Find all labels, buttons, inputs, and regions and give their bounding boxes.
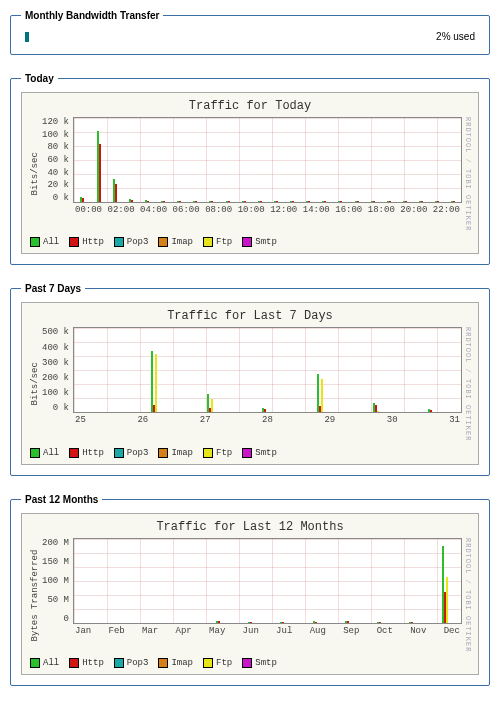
- swatch-icon: [158, 448, 168, 458]
- swatch-icon: [114, 448, 124, 458]
- swatch-icon: [242, 658, 252, 668]
- legend-item-http: Http: [69, 237, 104, 247]
- legend-item-imap: Imap: [158, 237, 193, 247]
- plot-area: [73, 117, 462, 203]
- past12-chart: Traffic for Last 12 Months Bytes Transfe…: [21, 513, 479, 675]
- today-legend: Today: [21, 73, 58, 84]
- bandwidth-percent-text: 2% used: [436, 31, 475, 42]
- bandwidth-legend: Monthly Bandwidth Transfer: [21, 10, 163, 21]
- chart-legend: AllHttpPop3ImapFtpSmtp: [28, 652, 472, 670]
- swatch-icon: [203, 658, 213, 668]
- swatch-icon: [242, 237, 252, 247]
- past7-legend: Past 7 Days: [21, 283, 85, 294]
- swatch-icon: [242, 448, 252, 458]
- legend-item-pop3: Pop3: [114, 448, 149, 458]
- swatch-icon: [69, 448, 79, 458]
- today-panel: Today Traffic for Today Bits/sec 120 k10…: [10, 73, 490, 265]
- legend-item-ftp: Ftp: [203, 237, 232, 247]
- y-axis-label: Bits/sec: [28, 117, 42, 231]
- watermark: RRDTOOL / TOBI OETIKER: [462, 538, 472, 652]
- y-axis-label: Bytes Transferred: [28, 538, 42, 652]
- swatch-icon: [69, 237, 79, 247]
- past12-panel: Past 12 Months Traffic for Last 12 Month…: [10, 494, 490, 686]
- legend-item-http: Http: [69, 658, 104, 668]
- swatch-icon: [30, 448, 40, 458]
- legend-item-smtp: Smtp: [242, 237, 277, 247]
- legend-item-pop3: Pop3: [114, 237, 149, 247]
- bandwidth-fill: [25, 32, 29, 42]
- chart-title: Traffic for Today: [28, 97, 472, 117]
- y-ticks: 120 k100 k80 k60 k40 k20 k0 k: [42, 117, 73, 203]
- legend-item-imap: Imap: [158, 448, 193, 458]
- watermark: RRDTOOL / TOBI OETIKER: [462, 117, 472, 231]
- y-ticks: 200 M150 M100 M50 M0: [42, 538, 73, 624]
- chart-legend: AllHttpPop3ImapFtpSmtp: [28, 231, 472, 249]
- legend-item-ftp: Ftp: [203, 658, 232, 668]
- chart-legend: AllHttpPop3ImapFtpSmtp: [28, 442, 472, 460]
- swatch-icon: [69, 658, 79, 668]
- legend-item-smtp: Smtp: [242, 658, 277, 668]
- swatch-icon: [114, 237, 124, 247]
- plot-area: [73, 327, 462, 413]
- swatch-icon: [203, 448, 213, 458]
- x-ticks: JanFebMarAprMayJunJulAugSepOctNovDec: [73, 624, 462, 636]
- swatch-icon: [158, 237, 168, 247]
- swatch-icon: [30, 658, 40, 668]
- past12-legend: Past 12 Months: [21, 494, 102, 505]
- y-axis-label: Bits/sec: [28, 327, 42, 441]
- legend-item-imap: Imap: [158, 658, 193, 668]
- legend-item-all: All: [30, 237, 59, 247]
- legend-item-http: Http: [69, 448, 104, 458]
- swatch-icon: [114, 658, 124, 668]
- legend-item-pop3: Pop3: [114, 658, 149, 668]
- swatch-icon: [158, 658, 168, 668]
- watermark: RRDTOOL / TOBI OETIKER: [462, 327, 472, 441]
- swatch-icon: [30, 237, 40, 247]
- chart-title: Traffic for Last 7 Days: [28, 307, 472, 327]
- plot-area: [73, 538, 462, 624]
- legend-item-ftp: Ftp: [203, 448, 232, 458]
- chart-title: Traffic for Last 12 Months: [28, 518, 472, 538]
- past7-chart: Traffic for Last 7 Days Bits/sec 500 k40…: [21, 302, 479, 464]
- x-ticks: 25262728293031: [73, 413, 462, 425]
- legend-item-smtp: Smtp: [242, 448, 277, 458]
- y-ticks: 500 k400 k300 k200 k100 k0 k: [42, 327, 73, 413]
- legend-item-all: All: [30, 448, 59, 458]
- x-ticks: 00:0002:0004:0006:0008:0010:0012:0014:00…: [73, 203, 462, 215]
- bandwidth-panel: Monthly Bandwidth Transfer 2% used: [10, 10, 490, 55]
- past7-panel: Past 7 Days Traffic for Last 7 Days Bits…: [10, 283, 490, 475]
- legend-item-all: All: [30, 658, 59, 668]
- bandwidth-bar: [25, 32, 245, 42]
- swatch-icon: [203, 237, 213, 247]
- today-chart: Traffic for Today Bits/sec 120 k100 k80 …: [21, 92, 479, 254]
